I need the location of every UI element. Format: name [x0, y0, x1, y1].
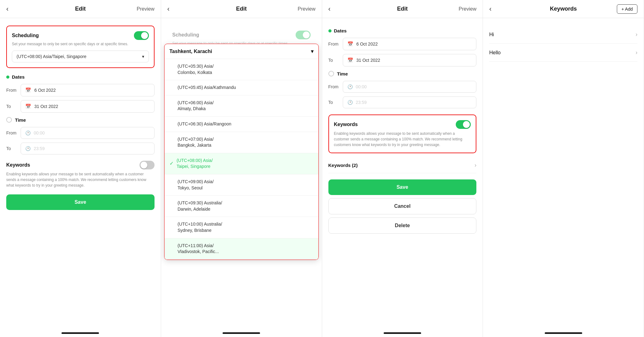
panel-2-title: Edit: [236, 6, 247, 12]
panel-3-keywords-row: Keywords: [334, 120, 471, 129]
panel-1-time-to-input[interactable]: 🕐 23:59: [21, 143, 155, 154]
panel-1: ‹ Edit Preview Scheduling Set your messa…: [0, 0, 161, 337]
panel-1-time-radio[interactable]: [6, 117, 12, 123]
panel-2-dropdown-item-6[interactable]: (UTC+09:00) Asia/Tokyo, Seoul: [165, 174, 318, 196]
panel-2-item-label-5: (UTC+08:00) Asia/Taipei, Singapore: [177, 158, 213, 170]
panel-1-from-calendar-icon: 📅: [25, 87, 31, 93]
panel-1-scheduling-box: Scheduling Set your message to only be s…: [6, 26, 155, 68]
panel-2-timezone-dropdown[interactable]: Tashkent, Karachi ▾ (UTC+05:30) Asia/Col…: [164, 44, 319, 260]
panel-2-dropdown-item-2[interactable]: (UTC+06:00) Asia/Almaty, Dhaka: [165, 95, 318, 117]
panel-1-scheduling-toggle[interactable]: [134, 31, 149, 40]
panel-3-from-value: 6 Oct 2022: [356, 42, 378, 46]
panel-1-to-input[interactable]: 📅 31 Oct 2022: [21, 100, 155, 113]
panel-3-back-button[interactable]: ‹: [328, 5, 331, 13]
panel-3-time-from-value: 00:00: [356, 84, 367, 89]
panel-1-time-from-row: From 🕐 00:00: [6, 127, 155, 139]
panel-3-time-label: Time: [337, 71, 348, 76]
panel-2-dropdown-item-4[interactable]: (UTC+07:00) Asia/Bangkok, Jakarta: [165, 132, 318, 153]
panel-1-time-from-input[interactable]: 🕐 00:00: [21, 127, 155, 139]
panel-1-scheduling-title: Scheduling: [12, 33, 39, 38]
panel-4-keyword-item-0[interactable]: Hi ›: [489, 26, 637, 44]
panel-4-title: Keywords: [550, 6, 577, 12]
panel-1-back-button[interactable]: ‹: [6, 5, 8, 13]
panel-3-time-to-label: To: [328, 100, 339, 105]
panel-3-keywords-toggle[interactable]: [456, 120, 471, 129]
panel-2-dropdown-selected[interactable]: Tashkent, Karachi ▾: [165, 44, 318, 59]
panel-2-dropdown-item-8[interactable]: (UTC+10:00) Australia/Sydney, Brisbane: [165, 217, 318, 238]
panel-3-keywords-title: Keywords: [334, 122, 358, 127]
panel-1-to-value: 31 Oct 2022: [34, 104, 58, 109]
panel-4-add-button[interactable]: + Add: [617, 4, 637, 14]
panel-2-item-label-0: (UTC+05:30) Asia/Colombo, Kolkata: [178, 63, 214, 76]
panel-3: ‹ Edit Preview Dates From 📅 6 Oct 2022 T…: [322, 0, 483, 337]
panel-3-cancel-button[interactable]: Cancel: [328, 198, 477, 214]
panel-1-keywords-toggle[interactable]: [140, 161, 155, 169]
panel-1-save-button[interactable]: Save: [6, 194, 155, 210]
panel-2-back-button[interactable]: ‹: [167, 5, 170, 13]
panel-1-title: Edit: [75, 6, 86, 12]
panel-3-from-input[interactable]: 📅 6 Oct 2022: [343, 38, 477, 50]
panel-2-dropdown-item-3[interactable]: (UTC+06:30) Asia/Rangoon: [165, 117, 318, 132]
panel-1-from-row: From 📅 6 Oct 2022: [6, 84, 155, 96]
panel-1-from-input[interactable]: 📅 6 Oct 2022: [21, 84, 155, 96]
panel-4-header: ‹ Keywords + Add: [483, 0, 644, 18]
panel-2-scheduling-title: Scheduling: [172, 32, 199, 38]
panel-2-item-label-3: (UTC+06:30) Asia/Rangoon: [178, 121, 231, 127]
panel-1-keywords-title: Keywords: [6, 162, 30, 168]
panel-2-item-label-7: (UTC+09:30) Australia/Darwin, Adelaide: [178, 200, 222, 212]
panel-3-preview-button[interactable]: Preview: [459, 6, 476, 12]
panel-1-to-label: To: [6, 104, 17, 109]
panel-3-time-from-input[interactable]: 🕐 00:00: [343, 81, 477, 93]
panel-1-preview-button[interactable]: Preview: [137, 6, 155, 12]
panel-3-keywords-count-row[interactable]: Keywords (2) ›: [328, 158, 477, 173]
panel-4-keyword-chevron-1: ›: [636, 49, 637, 56]
panel-2-item-label-8: (UTC+10:00) Australia/Sydney, Brisbane: [178, 221, 222, 233]
panel-2-dropdown-item-0[interactable]: (UTC+05:30) Asia/Colombo, Kolkata: [165, 59, 318, 80]
panel-2-dropdown-item-1[interactable]: (UTC+05:45) Asia/Kathmandu: [165, 80, 318, 95]
panel-1-to-calendar-icon: 📅: [25, 104, 31, 109]
panel-4-keyword-chevron-0: ›: [636, 31, 637, 38]
panel-1-keywords-section: Keywords Enabling keywords allows your m…: [6, 161, 155, 188]
panel-1-from-value: 6 Oct 2022: [34, 88, 56, 93]
panel-2-dropdown-selected-text: Tashkent, Karachi: [170, 49, 212, 54]
panel-3-keywords-chevron-icon: ›: [474, 162, 476, 168]
panel-3-from-calendar-icon: 📅: [347, 41, 353, 47]
panel-2-dropdown-item-5[interactable]: ✓ (UTC+08:00) Asia/Taipei, Singapore: [165, 153, 318, 174]
panel-3-time-to-input[interactable]: 🕐 23:59: [343, 96, 477, 108]
panel-3-time-to-value: 23:59: [356, 100, 367, 105]
panel-1-timezone-select[interactable]: (UTC+08:00) Asia/Taipei, Singapore ▾: [12, 51, 149, 62]
panel-3-time-from-clock-icon: 🕐: [347, 84, 353, 89]
panel-4-back-button[interactable]: ‹: [489, 5, 491, 13]
panel-1-timezone-value: (UTC+08:00) Asia/Taipei, Singapore: [17, 54, 86, 59]
panel-3-to-label: To: [328, 58, 339, 63]
panel-4-keyword-text-0: Hi: [489, 32, 494, 37]
panel-3-dates-label: Dates: [334, 28, 347, 33]
panel-2-header: ‹ Edit Preview: [161, 0, 322, 18]
panel-1-time-from-clock-icon: 🕐: [25, 130, 31, 135]
panel-1-bottom-bar: [61, 332, 99, 334]
panel-2-item-label-4: (UTC+07:00) Asia/Bangkok, Jakarta: [178, 136, 214, 149]
panel-3-keywords-box: Keywords Enabling keywords allows your m…: [328, 115, 477, 153]
panel-3-title: Edit: [397, 6, 408, 12]
panel-2-item-label-6: (UTC+09:00) Asia/Tokyo, Seoul: [178, 179, 214, 191]
panel-1-keywords-row: Keywords: [6, 161, 155, 169]
panel-3-dates-header: Dates: [328, 28, 477, 33]
panel-4-keyword-item-1[interactable]: Hello ›: [489, 44, 637, 62]
panel-4-keyword-text-1: Hello: [489, 50, 500, 56]
panel-1-scheduling-desc: Set your message to only be sent on spec…: [12, 42, 149, 46]
panel-1-time-to-row: To 🕐 23:59: [6, 143, 155, 154]
panel-2-scheduling-toggle[interactable]: [296, 31, 311, 39]
panel-2-preview-button[interactable]: Preview: [298, 6, 316, 12]
panel-3-delete-button[interactable]: Delete: [328, 217, 477, 234]
panel-3-keywords-count-label: Keywords (2): [328, 163, 358, 168]
panel-2-dropdown-item-9[interactable]: (UTC+11:00) Asia/Vladivostok, Pacific...: [165, 238, 318, 260]
panel-2-dropdown-item-7[interactable]: (UTC+09:30) Australia/Darwin, Adelaide: [165, 196, 318, 217]
panel-1-time-to-value: 23:59: [34, 146, 45, 151]
panel-3-save-button[interactable]: Save: [328, 179, 477, 195]
panel-3-to-input[interactable]: 📅 31 Oct 2022: [343, 54, 477, 66]
panel-3-bottom-bar: [384, 332, 421, 334]
panel-3-time-to-row: To 🕐 23:59: [328, 96, 477, 108]
panel-3-keywords-desc: Enabling keywords allows your message to…: [334, 131, 471, 148]
panel-2-bottom-bar: [223, 332, 260, 334]
panel-3-time-radio[interactable]: [328, 71, 334, 76]
